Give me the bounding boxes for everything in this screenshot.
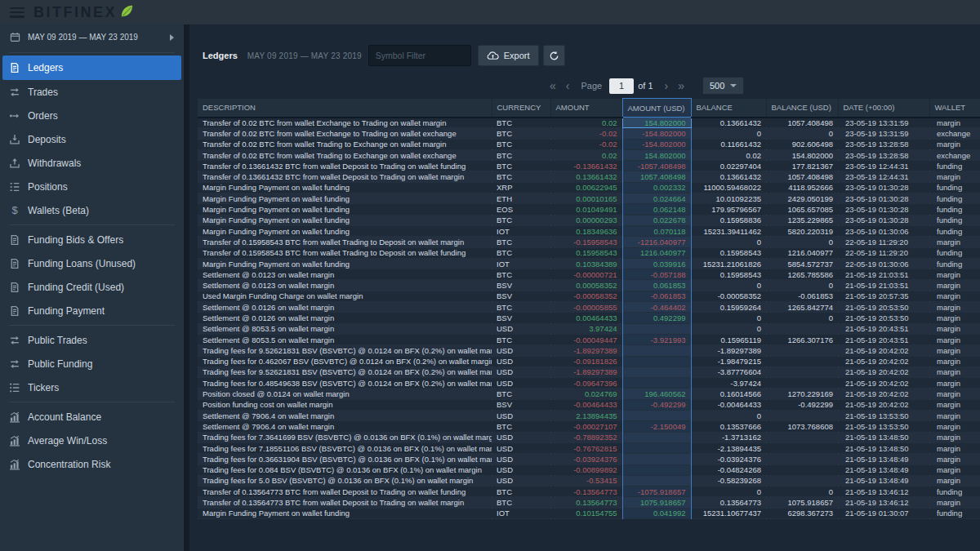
table-row[interactable]: Margin Funding Payment on wallet funding… <box>198 225 980 236</box>
sidebar-item-wallets-beta[interactable]: $Wallets (Beta) <box>0 198 184 222</box>
table-row[interactable]: Settlement @ 8053.5 on wallet marginUSD3… <box>198 323 980 334</box>
table-row[interactable]: Transfer of 0.13564773 BTC from wallet D… <box>198 497 980 508</box>
hamburger-menu-icon[interactable] <box>10 7 24 18</box>
table-row[interactable]: Margin Funding Payment on wallet funding… <box>198 182 980 193</box>
sidebar-item-ledgers[interactable]: Ledgers <box>2 56 181 80</box>
next-page-button[interactable]: › <box>660 79 674 92</box>
refresh-button[interactable] <box>543 45 565 66</box>
table-row[interactable]: Trading fees for 9.52621831 BSV (BSVBTC)… <box>198 345 980 356</box>
column-header-amount[interactable]: AMOUNT <box>550 99 622 118</box>
first-page-button[interactable]: « <box>545 79 561 92</box>
sidebar-item-tickers[interactable]: Tickers <box>0 375 184 399</box>
page-number-input[interactable] <box>609 78 634 94</box>
sidebar-item-average-win-loss[interactable]: Average Win/Loss <box>0 429 184 452</box>
sidebar-item-funding-payment[interactable]: Funding Payment <box>0 299 184 322</box>
sidebar-item-deposits[interactable]: Deposits <box>0 127 184 151</box>
table-row[interactable]: Settlement @ 0.0126 on wallet marginBTC-… <box>198 302 980 313</box>
table-row[interactable]: Settlement @ 7906.4 on wallet marginBTC-… <box>198 421 980 432</box>
cell-balance: -0.04824268 <box>691 464 766 475</box>
cell-date: 21-05-19 01:30:07 <box>838 508 929 518</box>
table-row[interactable]: Transfer of 0.02 BTC from wallet Trading… <box>198 139 980 149</box>
table-row[interactable]: Trading fees for 5.0 BSV (BSVBTC) @ 0.01… <box>198 475 980 486</box>
sidebar-item-account-balance[interactable]: Account Balance <box>0 405 184 429</box>
table-row[interactable]: Margin Funding Payment on wallet funding… <box>198 193 980 204</box>
table-row[interactable]: Margin Funding Payment on wallet funding… <box>198 204 980 215</box>
table-row[interactable]: Margin Funding Payment on wallet funding… <box>198 508 980 518</box>
column-header-wallet[interactable]: WALLET <box>929 99 980 118</box>
cell-date: 21-05-19 13:46:12 <box>838 497 929 508</box>
cell-amount: 0.024769 <box>550 389 622 399</box>
table-row[interactable]: Transfer of 0.13661432 BTC from wallet D… <box>198 161 980 171</box>
symbol-filter-input[interactable] <box>368 45 471 66</box>
cell-balance-usd <box>766 367 838 377</box>
table-row[interactable]: Transfer of 0.13564773 BTC from wallet D… <box>198 487 980 497</box>
export-button[interactable]: Export <box>478 45 539 66</box>
cell-description: Transfer of 0.02 BTC from wallet Exchang… <box>198 128 492 139</box>
cell-description: Margin Funding Payment on wallet funding <box>198 193 492 204</box>
table-row[interactable]: Trading fees for 9.52621831 BSV (BSVBTC)… <box>198 367 980 377</box>
swap-arrows-icon <box>9 335 20 346</box>
last-page-button[interactable]: » <box>673 79 689 92</box>
sidebar-item-concentration-risk[interactable]: Concentration Risk <box>0 452 184 476</box>
table-row[interactable]: Margin Funding Payment on wallet funding… <box>198 215 980 225</box>
sidebar-nav: LedgersTradesOrdersDepositsWithdrawalsPo… <box>0 56 184 476</box>
table-row[interactable]: Transfer of 0.02 BTC from wallet Trading… <box>198 149 980 160</box>
column-header-date[interactable]: DATE (+00:00) <box>838 99 929 118</box>
table-row[interactable]: Position closed @ 0.0124 on wallet margi… <box>198 389 980 399</box>
sidebar-item-funding-loans-unused[interactable]: Funding Loans (Unused) <box>0 251 184 275</box>
cell-date: 21-05-19 13:53:50 <box>838 421 929 432</box>
column-header-balance[interactable]: BALANCE <box>691 99 766 118</box>
sidebar-item-funding-credit-used[interactable]: Funding Credit (Used) <box>0 275 184 299</box>
column-header-amount-usd[interactable]: AMOUNT (USD) <box>622 99 691 118</box>
column-header-description[interactable]: DESCRIPTION <box>198 99 492 118</box>
sidebar-item-trades[interactable]: Trades <box>0 80 184 104</box>
cell-description: Transfer of 0.13564773 BTC from wallet D… <box>198 497 492 508</box>
cell-wallet: margin <box>929 475 980 486</box>
table-row[interactable]: Trading fees for 7.18551106 BSV (BSVBTC)… <box>198 442 980 453</box>
cell-currency: USD <box>492 464 550 475</box>
cell-currency: USD <box>492 345 550 356</box>
cell-balance: -0.58239268 <box>691 475 766 486</box>
table-row[interactable]: Position funding cost on wallet marginBS… <box>198 399 980 410</box>
sidebar-item-public-funding[interactable]: Public Funding <box>0 352 184 375</box>
table-row[interactable]: Trading fees for 0.48549638 BSV (BSVBTC)… <box>198 378 980 389</box>
sidebar-item-funding-bids-offers[interactable]: Funding Bids & Offers <box>0 228 184 251</box>
cell-date: 21-05-19 20:43:51 <box>838 334 929 344</box>
column-header-currency[interactable]: CURRENCY <box>492 99 550 118</box>
cell-amount-usd: -154.802000 <box>622 128 691 139</box>
table-row[interactable]: Transfer of 0.13661432 BTC from wallet D… <box>198 171 980 182</box>
table-row[interactable]: Transfer of 0.02 BTC from wallet Exchang… <box>198 128 980 139</box>
page-size-select[interactable]: 500 <box>702 77 744 95</box>
sidebar-item-positions[interactable]: Positions <box>0 175 184 198</box>
cell-balance: 0.15958836 <box>691 215 766 225</box>
table-row[interactable]: Settlement @ 0.0123 on wallet marginBSV0… <box>198 280 980 291</box>
table-row[interactable]: Transfer of 0.15958543 BTC from wallet T… <box>198 237 980 247</box>
prev-page-button[interactable]: ‹ <box>561 79 575 92</box>
table-row[interactable]: Trading fees for 0.084 BSV (BSVBTC) @ 0.… <box>198 464 980 475</box>
date-range-picker[interactable]: MAY 09 2019 — MAY 23 2019 <box>0 24 184 50</box>
table-row[interactable]: Settlement @ 0.0123 on wallet marginBTC-… <box>198 269 980 280</box>
table-row[interactable]: Trading fees for 0.36631904 BSV (BSVBTC)… <box>198 454 980 464</box>
table-row[interactable]: Settlement @ 8053.5 on wallet marginBTC-… <box>198 334 980 344</box>
cell-date: 21-05-19 13:48:49 <box>838 475 929 486</box>
cell-balance-usd: 0 <box>766 280 838 291</box>
table-row[interactable]: Settlement @ 0.0126 on wallet marginBSV0… <box>198 313 980 323</box>
cell-balance-usd <box>766 454 838 464</box>
sidebar-item-withdrawals[interactable]: Withdrawals <box>0 151 184 175</box>
table-row[interactable]: Transfer of 0.15958543 BTC from wallet T… <box>198 247 980 258</box>
sidebar-item-orders[interactable]: Orders <box>0 104 184 127</box>
table-row[interactable]: Transfer of 0.02 BTC from wallet Exchang… <box>198 118 980 128</box>
cell-amount: 2.13894435 <box>550 411 622 421</box>
column-header-balance-usd[interactable]: BALANCE (USD) <box>766 99 838 118</box>
cell-balance-usd: 1235.229865 <box>766 215 838 225</box>
table-row[interactable]: Margin Funding Payment on wallet funding… <box>198 258 980 269</box>
table-row[interactable]: Trading fees for 7.3641699 BSV (BSVBTC) … <box>198 432 980 442</box>
table-row[interactable]: Used Margin Funding Charge on wallet mar… <box>198 291 980 301</box>
cell-amount-usd: 0.492299 <box>622 313 691 323</box>
table-row[interactable]: Trading fees for 0.462067 BSV (BSVBTC) @… <box>198 356 980 367</box>
table-row[interactable]: Settlement @ 7906.4 on wallet marginUSD2… <box>198 411 980 421</box>
sidebar-item-public-trades[interactable]: Public Trades <box>0 328 184 352</box>
cell-amount: -0.00000721 <box>550 269 622 280</box>
pagination: « ‹ Page of 1 › » 500 <box>545 77 980 95</box>
cell-description: Transfer of 0.02 BTC from wallet Trading… <box>198 149 492 160</box>
